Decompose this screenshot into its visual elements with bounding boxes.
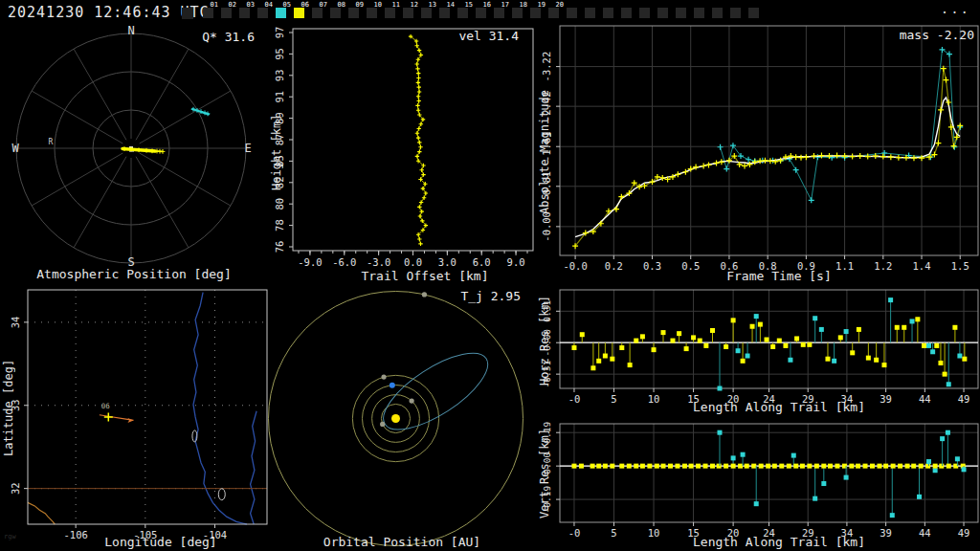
planet-mercury [380,422,385,427]
tab-label: 06 [301,1,309,9]
station-05-series [718,47,964,203]
app-root: 20241230 12:46:43 UTC 010203040506070809… [0,0,980,551]
tab-20[interactable]: 20 [548,8,559,18]
tab-blank[interactable] [676,8,686,18]
vert-res-ylabel: Vert Res [km] [538,422,551,525]
timestamp: 20241230 12:46:43 UTC [8,4,210,21]
tab-07[interactable]: 07 [312,8,323,18]
tab-04[interactable]: 04 [257,8,268,18]
map-geography [28,293,267,524]
tab-label: 15 [465,1,473,9]
tab-08[interactable]: 08 [330,8,341,18]
tab-blank[interactable] [694,8,704,18]
tab-label: 03 [247,1,255,9]
planet-earth [390,383,395,388]
svg-text:97: 97 [274,27,285,39]
tab-blank[interactable] [182,8,193,19]
axis-ticks [289,33,527,255]
vel-stat: vel 31.4 [458,29,519,43]
tab-06[interactable]: 06 [294,8,304,18]
ground-track: 06 [100,402,134,423]
tab-15[interactable]: 15 [457,8,468,18]
tab-01[interactable]: 01 [203,8,213,18]
panel-vert-res: -051015202429343944490.19-0.00-0.19 Leng… [536,417,980,551]
tab-label: 17 [501,1,509,9]
vert-res-xlabel: Length Along Trail [km] [536,535,980,549]
watermark: rgw [4,533,16,540]
svg-text:06: 06 [101,402,111,410]
tab-label: 13 [429,1,436,9]
tab-14[interactable]: 14 [439,8,450,18]
tab-blank[interactable] [567,8,577,18]
tab-13[interactable]: 13 [421,8,432,18]
panel-orbital-position: T_j 2.95 Orbital Position [AU] [268,283,536,551]
tab-12[interactable]: 12 [403,8,413,18]
tab-blank[interactable] [657,8,668,18]
plot-frame [28,290,267,524]
tab-16[interactable]: 16 [476,8,486,18]
tab-label: 14 [447,1,455,9]
more-menu-icon[interactable]: ... [941,1,970,16]
atmospheric-position-title: Atmospheric Position [deg] [0,267,268,281]
grid [560,424,978,522]
svg-text:3.0: 3.0 [438,256,457,268]
trail-offset-plot: -9.0-6.0-3.00.03.06.09.09795939189878582… [268,23,536,283]
tab-blank[interactable] [621,8,632,18]
tab-blank[interactable] [603,8,613,18]
light-curve-ylabel: Absolute Magnitude [538,52,551,253]
ground-map-xlabel: Longitude [deg] [0,535,295,549]
tab-label: 20 [556,1,564,9]
tab-09[interactable]: 09 [348,8,359,18]
tab-03[interactable]: 03 [239,8,250,18]
tab-label: 18 [520,1,527,9]
tab-label: 02 [229,1,236,9]
vert-res-plot: -051015202429343944490.19-0.00-0.19 [536,417,980,551]
panel-atmospheric-position: NSEWR Q* 31.6 Atmospheric Position [deg] [0,23,268,283]
trail-offset-xlabel: Trail Offset [km] [268,269,559,283]
tab-19[interactable]: 19 [530,8,541,18]
planet-jupiter [422,292,427,297]
tab-label: 04 [265,1,273,9]
svg-text:E: E [244,142,251,155]
svg-text:-9.0: -9.0 [298,256,322,268]
svg-text:0.0: 0.0 [404,256,422,268]
tab-label: 01 [211,1,218,9]
horz-res-xlabel: Length Along Trail [km] [536,400,980,414]
tab-blank[interactable] [639,8,650,18]
tab-05[interactable]: 05 [276,8,286,18]
mass-stat: mass -2.20 [900,28,974,42]
tab-label: 16 [483,1,491,9]
tab-18[interactable]: 18 [512,8,523,18]
light-curve-xlabel: Frame Time [s] [536,269,980,283]
svg-text:-3.0: -3.0 [367,256,390,268]
top-bar: 20241230 12:46:43 UTC 010203040506070809… [0,0,980,23]
event-tab-strip: 0102030405060708091011121314151617181920 [182,8,767,19]
trail-yellow [122,146,166,154]
svg-text:N: N [127,24,134,37]
plot-frame [293,29,533,251]
panel-ground-map: -106-105-10434333206 Longitude [deg] Lat… [0,283,268,551]
horz-res-plot: -051015202429343944490.31-0.00-0.31 [536,283,980,417]
svg-text:9.0: 9.0 [507,256,525,268]
tab-11[interactable]: 11 [385,8,395,18]
tab-10[interactable]: 10 [367,8,377,18]
panel-horz-res: -051015202429343944490.31-0.00-0.31 Leng… [536,283,980,417]
tab-02[interactable]: 02 [221,8,232,18]
svg-text:W: W [11,142,19,155]
tab-label: 11 [392,1,400,9]
plot-frame [560,26,978,255]
q-stat: Q* 31.6 [202,30,255,44]
trail-offset-ylabel: Height [km] [270,71,283,233]
horz-res-ylabel: Horz Res [km] [538,288,551,393]
ground-map-plot: -106-105-10434333206 [0,283,268,551]
planet-mars [381,374,386,379]
grid [560,26,978,255]
tab-blank[interactable] [748,8,759,18]
tab-17[interactable]: 17 [494,8,504,18]
tab-blank[interactable] [585,8,595,18]
tab-blank[interactable] [730,8,741,18]
sun [391,414,400,423]
dotted-grid [28,290,267,524]
tab-blank[interactable] [712,8,723,18]
orbital-position-plot [268,283,536,551]
